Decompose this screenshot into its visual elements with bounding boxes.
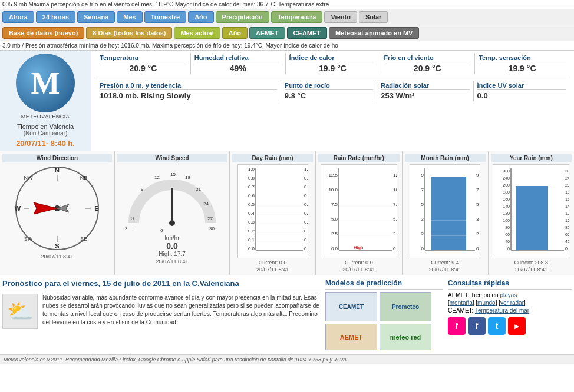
calor-cell: Índice de calor 19.9 °C — [286, 53, 381, 74]
svg-text:160: 160 — [565, 197, 569, 201]
svg-text:12: 12 — [154, 175, 160, 180]
wind-speed-unit: km/hr — [117, 235, 227, 241]
uv-value: 0.0 — [477, 91, 566, 100]
youtube-icon[interactable]: ▶ — [508, 317, 526, 335]
nav-viento[interactable]: Viento — [324, 11, 357, 23]
svg-text:0.0: 0.0 — [248, 246, 255, 251]
svg-text:120: 120 — [503, 211, 510, 215]
link-ver-radar[interactable]: ver radar — [500, 300, 524, 306]
svg-text:2.5: 2.5 — [393, 231, 397, 237]
aemet-logo[interactable]: AEMET — [325, 324, 377, 350]
logo-letter: M — [31, 66, 60, 101]
nav-solar[interactable]: Solar — [359, 11, 388, 23]
nav-8dias[interactable]: 8 Días (todos los datos) — [86, 27, 172, 39]
svg-text:NW: NW — [24, 175, 33, 181]
link-temp-mar[interactable]: Temperatura del mar — [475, 307, 529, 314]
nav-trimestre[interactable]: Trimestre — [144, 11, 187, 23]
svg-text:160: 160 — [503, 197, 510, 201]
svg-text:100: 100 — [565, 218, 569, 222]
day-rain-current: Current: 0.0 — [232, 260, 313, 265]
nav-ceamet[interactable]: CEAMET — [287, 27, 327, 39]
solar-value: 253 W/m² — [381, 91, 469, 100]
svg-text:18: 18 — [185, 175, 190, 180]
link-montana[interactable]: montaña — [450, 300, 473, 306]
nav-año[interactable]: Año — [188, 11, 213, 23]
forecast-cloud-icon: ⛅ — [2, 294, 38, 329]
rain-rate-title: Rain Rate (mm/hr) — [318, 154, 399, 162]
svg-text:300: 300 — [565, 169, 569, 173]
svg-text:0.3: 0.3 — [304, 220, 308, 225]
temperatura-cell: Temperatura 20.9 °C — [96, 53, 191, 74]
svg-text:180: 180 — [565, 190, 569, 194]
rocio-label: Punto de rocío — [285, 82, 373, 90]
svg-text:12.5: 12.5 — [328, 172, 338, 178]
nav-año2[interactable]: Año — [222, 27, 248, 39]
nav-mes[interactable]: Mes — [117, 11, 142, 23]
svg-text:1.0: 1.0 — [248, 167, 255, 172]
svg-text:5.0: 5.0 — [393, 217, 397, 222]
nav-ahora[interactable]: Ahora — [2, 11, 34, 23]
svg-text:0.1: 0.1 — [304, 237, 308, 242]
compass-container: N S E W NE NW SE SW — [13, 164, 101, 253]
nav-24horas[interactable]: 24 horas — [36, 11, 75, 23]
forecast-content: ⛅ Nubosidad variable, más abundante conf… — [2, 294, 321, 329]
sensacion-cell: Temp. sensación 19.9 °C — [475, 53, 569, 74]
nav-precipitacion[interactable]: Precipitación — [216, 11, 269, 23]
day-rain-box: Day Rain (mm) 0.0 0.1 0.2 0.3 0.4 0.5 0.… — [230, 151, 316, 275]
month-rain-title: Month Rain (mm) — [405, 154, 486, 162]
nav-meteosat[interactable]: Meteosat animado en MV — [329, 27, 419, 39]
svg-text:200: 200 — [565, 183, 569, 187]
logo-circle: M — [16, 54, 75, 112]
svg-text:100: 100 — [503, 218, 510, 222]
header-section: M METEOVALENCIA Tiempo en Valencia (Nou … — [0, 51, 574, 151]
quick-links-title: Consultas rápidas — [448, 279, 572, 290]
svg-text:0.2: 0.2 — [248, 228, 255, 234]
models-section: Modelos de predicción CEAMET Prometeo AE… — [325, 279, 443, 350]
facebook-icon[interactable]: f — [468, 317, 486, 335]
svg-text:7.5: 7.5 — [393, 202, 397, 207]
prometeo-logo[interactable]: Prometeo — [380, 292, 431, 321]
date-time: 20/07/11- 8:40 h. — [3, 139, 88, 148]
ceamet-logo[interactable]: CEAMET — [325, 292, 377, 321]
month-rain-chart: 0 2 3 5 7 9 0 2 3 5 7 9 — [410, 164, 480, 258]
svg-text:0.5: 0.5 — [248, 202, 255, 207]
twitter-icon[interactable]: t — [488, 317, 506, 335]
year-rain-timestamp: 20/07/11 8:41 — [491, 267, 572, 273]
svg-text:0.0: 0.0 — [304, 246, 308, 251]
presion-label: Presión a 0 m. y tendencia — [100, 82, 277, 90]
compass-svg: N S E W NE NW SE SW — [13, 164, 101, 253]
svg-text:0.6: 0.6 — [304, 193, 308, 198]
meteorred-logo[interactable]: meteo red — [380, 324, 431, 350]
temperatura-label: Temperatura — [100, 54, 187, 62]
forecast-title: Pronóstico para el viernes, 15 de julio … — [2, 279, 321, 290]
svg-text:9: 9 — [421, 172, 424, 178]
quick-link-aemet-playas: AEMET: Tiempo en playas — [448, 292, 572, 298]
calor-label: Índice de calor — [289, 54, 377, 62]
svg-text:5: 5 — [476, 202, 479, 207]
svg-rect-117 — [516, 186, 548, 250]
humedad-value: 49% — [194, 64, 282, 73]
wind-speed-high: High: 17.7 — [117, 251, 227, 257]
rain-rate-box: Rain Rate (mm/hr) 0.0 2.5 5.0 7.5 10.0 1… — [316, 151, 402, 275]
svg-text:240: 240 — [565, 176, 569, 180]
models-logos: CEAMET Prometeo AEMET meteo red — [325, 292, 443, 350]
svg-text:N: N — [55, 167, 60, 174]
svg-text:0.4: 0.4 — [304, 211, 308, 216]
flickr-icon[interactable]: f — [448, 317, 466, 335]
nav-mesactual[interactable]: Mes actual — [174, 27, 220, 39]
svg-text:9: 9 — [141, 187, 144, 192]
svg-text:0.0: 0.0 — [393, 246, 397, 251]
svg-text:180: 180 — [503, 190, 510, 194]
link-mundo[interactable]: mundo — [477, 300, 496, 306]
year-rain-box: Year Rain (mm) 0 40 60 80 100 120 140 16… — [489, 151, 574, 275]
link-playas[interactable]: playas — [500, 292, 517, 298]
nav-temperatura[interactable]: Temperatura — [271, 11, 323, 23]
social-icons: f f t ▶ — [448, 317, 572, 335]
svg-text:0.7: 0.7 — [248, 184, 255, 190]
nav-basedatos[interactable]: Base de datos (nuevo) — [2, 27, 84, 39]
svg-text:SW: SW — [24, 236, 33, 242]
nav-semana[interactable]: Semana — [77, 11, 115, 23]
rain-rate-current: Current: 0.0 — [318, 260, 399, 265]
nav-aemet[interactable]: AEMET — [249, 27, 285, 39]
wind-direction-box: Wind Direction N S E W NE NW SE SW — [0, 151, 115, 275]
